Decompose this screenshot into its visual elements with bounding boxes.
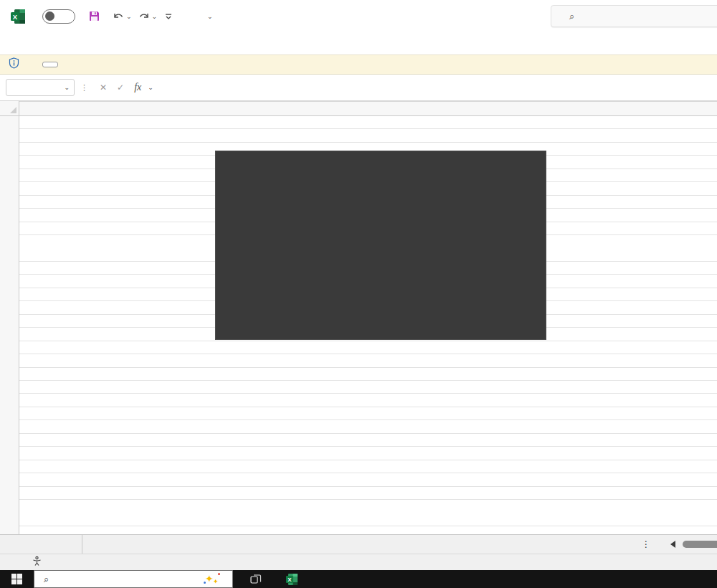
hscroll-left-arrow[interactable] bbox=[670, 541, 675, 548]
redo-dropdown-chevron[interactable]: ⌄ bbox=[152, 13, 158, 20]
copilot-icon: ✦✦ bbox=[204, 572, 222, 587]
undo-button[interactable]: ⌄ bbox=[112, 11, 132, 22]
row-headers bbox=[0, 116, 19, 534]
ribbon-tab-strip bbox=[0, 32, 717, 54]
sheet-nav-left[interactable] bbox=[0, 535, 22, 554]
excel-app-icon[interactable]: X bbox=[10, 9, 26, 24]
taskbar-search-icon: ⌕ bbox=[44, 574, 49, 585]
taskbar-search-box[interactable]: ⌕ ✦✦ bbox=[34, 570, 233, 588]
autosave-control[interactable] bbox=[37, 9, 75, 24]
save-button[interactable] bbox=[88, 10, 100, 22]
formula-input[interactable] bbox=[158, 79, 711, 96]
tabbar-menu-icon[interactable]: ⋮ bbox=[642, 539, 650, 549]
formula-bar-handle[interactable]: ⋮ bbox=[80, 83, 89, 93]
tabbar-right-controls: ⋮ bbox=[642, 535, 717, 554]
windows-taskbar: ⌕ ✦✦ X bbox=[0, 570, 717, 588]
start-button[interactable] bbox=[0, 570, 34, 588]
search-icon: ⌕ bbox=[569, 11, 574, 22]
horizontal-scrollbar-thumb[interactable] bbox=[683, 541, 717, 548]
saved-status-chevron[interactable]: ⌄ bbox=[207, 13, 213, 20]
insert-function-icon[interactable]: fx bbox=[134, 82, 141, 93]
name-box-chevron[interactable]: ⌄ bbox=[64, 84, 70, 91]
taskbar-excel-icon[interactable]: X bbox=[277, 570, 306, 588]
customize-quick-access-button[interactable] bbox=[164, 12, 173, 21]
enable-editing-button[interactable] bbox=[42, 62, 58, 67]
sheet-tab-bar: ⋮ bbox=[0, 534, 717, 554]
chart-total-sales-per-month[interactable] bbox=[215, 151, 546, 340]
formula-bar-chevron[interactable]: ⌄ bbox=[148, 84, 153, 91]
sheet-nav-more[interactable] bbox=[43, 535, 65, 554]
new-sheet-button[interactable] bbox=[82, 535, 114, 554]
select-all-corner[interactable] bbox=[0, 101, 19, 116]
name-box[interactable]: ⌄ bbox=[6, 79, 75, 96]
enter-icon[interactable]: ✓ bbox=[117, 82, 124, 93]
select-all-triangle bbox=[10, 107, 16, 113]
redo-button[interactable]: ⌄ bbox=[138, 11, 158, 22]
sheet-tab-partial[interactable] bbox=[65, 535, 82, 554]
search-box[interactable]: ⌕ bbox=[551, 5, 717, 27]
cancel-icon[interactable]: ✕ bbox=[100, 82, 107, 93]
accessibility-icon[interactable] bbox=[32, 556, 42, 569]
toggle-knob bbox=[45, 11, 54, 21]
shield-icon bbox=[9, 57, 19, 72]
task-view-icon[interactable] bbox=[242, 570, 270, 588]
excel-window: X ⌄ ⌄ bbox=[0, 0, 717, 588]
protected-view-banner bbox=[0, 54, 717, 75]
document-title: ⌄ bbox=[189, 13, 213, 20]
undo-dropdown-chevron[interactable]: ⌄ bbox=[126, 13, 132, 20]
svg-text:X: X bbox=[288, 577, 292, 583]
formula-bar: ⌄ ⋮ ✕ ✓ fx ⌄ bbox=[0, 75, 717, 101]
sheet-nav-right[interactable] bbox=[22, 535, 43, 554]
autosave-toggle[interactable] bbox=[42, 9, 75, 24]
title-bar: X ⌄ ⌄ bbox=[0, 0, 717, 32]
column-headers bbox=[19, 101, 717, 116]
status-bar bbox=[0, 554, 717, 570]
svg-text:X: X bbox=[13, 12, 18, 20]
